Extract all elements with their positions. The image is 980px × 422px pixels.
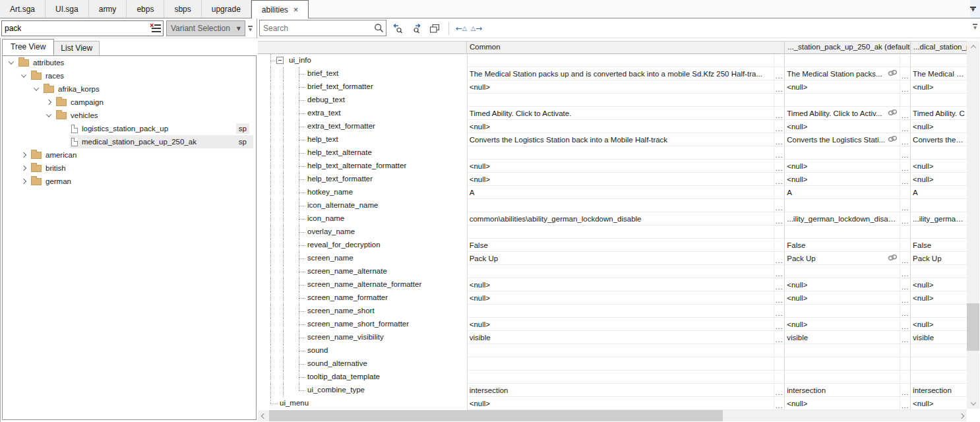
variant-default-value-cell[interactable]: The Medical Station packs... (784, 67, 900, 80)
tree-item-british[interactable]: british (3, 162, 256, 175)
variant2-value-cell[interactable]: <null> (910, 80, 967, 94)
row-name-cell[interactable]: help_text_formatter (258, 173, 467, 186)
row-name-cell[interactable]: overlay_name (258, 226, 467, 239)
variant-default-value-cell[interactable] (784, 371, 900, 384)
tree-item-campaign[interactable]: campaign (3, 96, 256, 109)
ellipsis-button[interactable]: ... (902, 218, 909, 225)
row-name-cell[interactable]: screen_name_visibility (258, 331, 467, 344)
ellipsis-button[interactable]: ... (776, 73, 783, 80)
row-name-cell[interactable]: icon_alternate_name (258, 199, 467, 212)
ellipsis-button[interactable]: ... (776, 178, 783, 185)
ellipsis-button[interactable]: ... (902, 138, 909, 146)
ellipsis-button[interactable]: ... (902, 204, 909, 212)
scroll-right-icon[interactable] (956, 410, 967, 421)
common-value-cell[interactable] (467, 199, 774, 212)
variant2-value-cell[interactable] (910, 357, 967, 371)
row-name-cell[interactable]: screen_name_short_formatter (258, 318, 467, 331)
variant2-value-cell[interactable]: Converts the Lo (910, 133, 967, 146)
variant-default-value-cell[interactable]: <null> (784, 278, 900, 291)
variant-default-value-cell[interactable]: ...ility_german_lockdown_disable (784, 212, 900, 226)
common-value-cell[interactable]: Pack Up (467, 252, 774, 265)
variant-default-value-cell[interactable] (784, 94, 900, 107)
ellipsis-button[interactable]: ... (776, 284, 783, 291)
variant2-value-cell[interactable] (910, 94, 967, 107)
scroll-up-icon[interactable] (967, 41, 979, 52)
ellipsis-button[interactable]: ... (902, 336, 909, 344)
common-value-cell[interactable] (467, 54, 774, 67)
variant2-value-cell[interactable] (910, 146, 967, 160)
common-value-cell[interactable]: intersection (467, 384, 774, 397)
chevron-right-icon[interactable] (21, 166, 26, 171)
variant-default-value-cell[interactable] (784, 305, 900, 318)
common-value-cell[interactable]: The Medical Station packs up and is conv… (467, 67, 774, 80)
search-previous-icon[interactable] (390, 22, 405, 35)
common-value-cell[interactable] (467, 146, 774, 160)
row-name-cell[interactable]: ui_combine_type (258, 384, 467, 397)
ellipsis-button[interactable]: ... (776, 336, 783, 344)
row-name-cell[interactable]: help_text (258, 133, 467, 146)
chevron-right-icon[interactable] (21, 152, 26, 158)
common-value-cell[interactable]: <null> (467, 120, 774, 133)
chevron-right-icon[interactable] (21, 179, 26, 184)
scroll-left-icon[interactable] (258, 410, 269, 421)
ellipsis-button[interactable]: ... (776, 323, 783, 330)
variant-default-value-cell[interactable]: A (784, 186, 900, 199)
variant2-value-cell[interactable] (910, 265, 967, 278)
row-name-cell[interactable]: screen_name_formatter (258, 291, 467, 305)
collapse-expander-icon[interactable] (276, 57, 284, 64)
ellipsis-button[interactable]: ... (776, 270, 783, 278)
row-name-cell[interactable]: reveal_for_decryption (258, 239, 467, 252)
search-next-icon[interactable] (409, 22, 423, 35)
variant-default-value-cell[interactable] (784, 265, 900, 278)
common-value-cell[interactable]: <null> (467, 160, 774, 173)
variant2-value-cell[interactable] (910, 199, 967, 212)
common-value-cell[interactable]: <null> (467, 291, 774, 305)
variant-default-value-cell[interactable]: <null> (784, 120, 900, 133)
variant-default-value-cell[interactable]: Timed Ability. Click to Activ... (784, 107, 900, 120)
ellipsis-button[interactable]: ... (902, 73, 909, 80)
row-name-cell[interactable]: brief_text (258, 67, 467, 80)
variant2-value-cell[interactable] (910, 226, 967, 239)
row-name-cell[interactable]: hotkey_name (258, 186, 467, 199)
column-header-tree[interactable] (258, 41, 467, 54)
chevron-down-icon[interactable] (9, 59, 14, 64)
view-tab-list-view[interactable]: List View (53, 41, 100, 55)
right-toolbar-overflow-icon[interactable]: ▼ (973, 24, 977, 29)
tree-filter-input[interactable] (2, 24, 150, 33)
ellipsis-button[interactable]: ... (902, 297, 909, 304)
tab-UI-sga[interactable]: UI.sga (46, 0, 89, 18)
variant2-value-cell[interactable]: visible (910, 331, 967, 344)
previous-difference-icon[interactable]: ← △ (456, 24, 467, 32)
common-value-cell[interactable] (467, 344, 774, 357)
row-name-cell[interactable]: help_text_alternate_formatter (258, 160, 467, 173)
variant2-value-cell[interactable]: intersection (910, 384, 967, 397)
ellipsis-button[interactable]: ... (902, 152, 909, 159)
tab-army[interactable]: army (89, 0, 127, 18)
row-name-cell[interactable]: icon_name (258, 212, 467, 226)
clear-filter-icon[interactable]: × (150, 23, 162, 34)
common-value-cell[interactable] (467, 94, 774, 107)
variant2-value-cell[interactable] (910, 344, 967, 357)
ellipsis-button[interactable]: ... (902, 310, 909, 317)
ellipsis-button[interactable]: ... (902, 165, 909, 172)
tree-item-american[interactable]: american (3, 148, 256, 162)
common-value-cell[interactable]: Timed Ability. Click to Activate. (467, 107, 774, 120)
table-search-input[interactable] (260, 24, 371, 33)
variant-default-value-cell[interactable]: <null> (784, 397, 900, 410)
variant2-value-cell[interactable]: <null> (910, 160, 967, 173)
row-name-cell[interactable]: sound_alternative (258, 357, 467, 371)
variant2-value-cell[interactable]: Pack Up (910, 252, 967, 265)
variant-default-value-cell[interactable]: visible (784, 331, 900, 344)
common-value-cell[interactable] (467, 226, 774, 239)
ellipsis-button[interactable]: ... (776, 389, 783, 396)
row-name-cell[interactable]: screen_name_alternate (258, 265, 467, 278)
ellipsis-button[interactable]: ... (902, 402, 909, 409)
row-name-cell[interactable]: sound (258, 344, 467, 357)
tree-item-vehicles[interactable]: vehicles (3, 109, 256, 122)
ellipsis-button[interactable]: ... (776, 297, 783, 304)
tab-Art-sga[interactable]: Art.sga (0, 0, 46, 18)
variant-default-value-cell[interactable] (784, 344, 900, 357)
ellipsis-button[interactable]: ... (776, 402, 783, 409)
variant-default-value-cell[interactable]: <null> (784, 318, 900, 331)
common-value-cell[interactable]: A (467, 186, 774, 199)
